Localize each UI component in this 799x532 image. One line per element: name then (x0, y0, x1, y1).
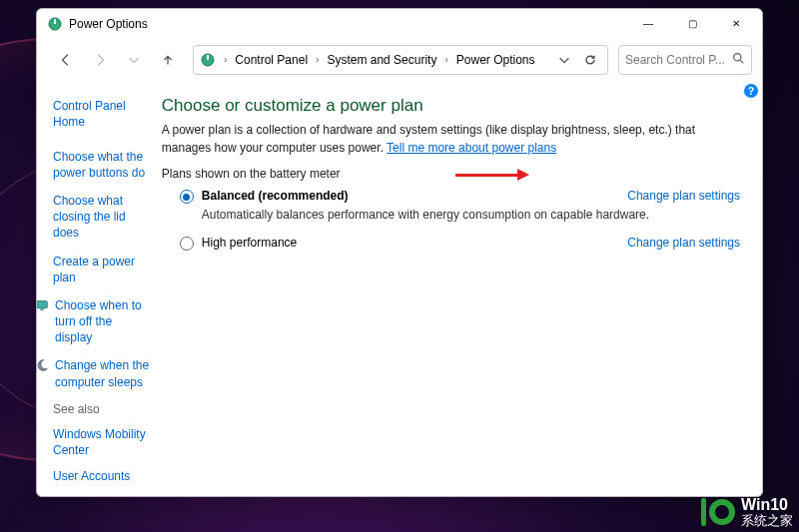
breadcrumb-power-options[interactable]: Power Options (452, 51, 539, 69)
search-icon (732, 52, 745, 68)
sidebar-link-computer-sleeps[interactable]: Change when the computer sleeps (37, 357, 150, 389)
annotation-arrow (455, 169, 529, 181)
chevron-right-icon[interactable]: › (222, 54, 229, 65)
navbar: › Control Panel › System and Security › … (37, 39, 762, 83)
plan-balanced-radio[interactable] (180, 190, 194, 204)
address-dropdown-button[interactable] (553, 49, 575, 71)
titlebar: Power Options — ▢ ✕ (37, 9, 762, 39)
maximize-button[interactable]: ▢ (670, 10, 714, 38)
search-placeholder: Search Control P... (625, 53, 725, 67)
plan-balanced: Balanced (recommended) Change plan setti… (180, 189, 740, 222)
moon-icon (37, 358, 49, 372)
svg-rect-6 (37, 301, 47, 308)
search-input[interactable]: Search Control P... (618, 45, 752, 75)
sidebar-link-turn-off-display[interactable]: Choose when to turn off the display (37, 297, 150, 346)
power-options-icon (47, 16, 63, 32)
see-also-label: See also (53, 402, 150, 416)
svg-rect-1 (54, 19, 56, 24)
refresh-button[interactable] (577, 49, 603, 71)
main-panel: ? Choose or customize a power plan A pow… (156, 82, 762, 496)
svg-rect-3 (207, 55, 209, 60)
sidebar-link-closing-lid[interactable]: Choose what closing the lid does (53, 193, 150, 242)
svg-point-4 (734, 54, 741, 61)
breadcrumb-control-panel[interactable]: Control Panel (231, 51, 312, 69)
power-options-icon (200, 52, 216, 68)
plan-high-performance: High performance Change plan settings (180, 236, 740, 251)
page-heading: Choose or customize a power plan (162, 96, 740, 116)
close-button[interactable]: ✕ (714, 10, 758, 38)
chevron-right-icon[interactable]: › (314, 54, 321, 65)
sidebar-link-power-buttons[interactable]: Choose what the power buttons do (53, 149, 150, 181)
minimize-button[interactable]: — (626, 10, 670, 38)
plans-section-label: Plans shown on the battery meter (162, 167, 740, 181)
back-button[interactable] (51, 45, 81, 75)
forward-button[interactable] (85, 45, 115, 75)
monitor-icon (37, 298, 49, 312)
plan-high-performance-radio[interactable] (180, 237, 194, 251)
power-options-window: Power Options — ▢ ✕ › Control Panel › Sy… (36, 8, 763, 497)
content-area: Control Panel Home Choose what the power… (37, 82, 762, 496)
svg-line-5 (740, 60, 743, 63)
up-button[interactable] (153, 45, 183, 75)
sidebar: Control Panel Home Choose what the power… (37, 82, 156, 496)
address-bar[interactable]: › Control Panel › System and Security › … (193, 45, 608, 75)
plan-balanced-desc: Automatically balances performance with … (202, 208, 740, 222)
breadcrumb-system-security[interactable]: System and Security (323, 51, 440, 69)
chevron-right-icon[interactable]: › (442, 54, 449, 65)
sidebar-link-mobility-center[interactable]: Windows Mobility Center (53, 426, 150, 458)
plan-high-performance-label[interactable]: High performance (202, 236, 297, 250)
help-icon[interactable]: ? (744, 84, 758, 98)
change-plan-settings-balanced[interactable]: Change plan settings (627, 189, 740, 203)
watermark: Win10 系统之家 (701, 496, 793, 528)
plan-balanced-label[interactable]: Balanced (recommended) (202, 189, 349, 203)
watermark-text: Win10 系统之家 (741, 496, 793, 528)
sidebar-link-user-accounts[interactable]: User Accounts (53, 468, 150, 484)
change-plan-settings-high-performance[interactable]: Change plan settings (627, 236, 740, 250)
page-description: A power plan is a collection of hardware… (162, 122, 740, 157)
sidebar-link-create-plan[interactable]: Create a power plan (53, 254, 150, 285)
svg-rect-7 (40, 308, 44, 309)
sidebar-control-panel-home[interactable]: Control Panel Home (53, 98, 150, 130)
watermark-logo-icon (701, 498, 735, 526)
window-title: Power Options (69, 17, 148, 31)
recent-dropdown-button[interactable] (119, 45, 149, 75)
learn-more-link[interactable]: Tell me more about power plans (387, 141, 556, 155)
